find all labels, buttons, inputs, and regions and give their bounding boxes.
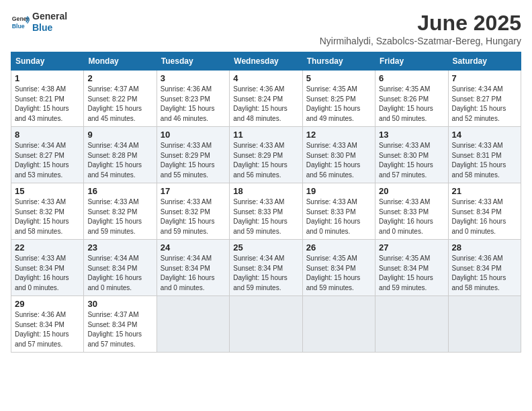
day-info: Sunrise: 4:35 AMSunset: 8:25 PMDaylight:… — [306, 85, 371, 124]
day-number: 1 — [15, 73, 80, 83]
calendar-cell: 1Sunrise: 4:38 AMSunset: 8:21 PMDaylight… — [11, 71, 84, 127]
logo-text: General Blue — [32, 11, 67, 34]
day-info: Sunrise: 4:34 AMSunset: 8:34 PMDaylight:… — [233, 254, 298, 293]
calendar-week-1: 1Sunrise: 4:38 AMSunset: 8:21 PMDaylight… — [11, 71, 521, 127]
calendar-cell: 29Sunrise: 4:36 AMSunset: 8:34 PMDayligh… — [11, 296, 84, 353]
col-header-tuesday: Tuesday — [157, 52, 229, 71]
calendar-cell — [230, 296, 302, 353]
calendar-cell: 20Sunrise: 4:33 AMSunset: 8:33 PMDayligh… — [375, 183, 448, 240]
day-info: Sunrise: 4:38 AMSunset: 8:21 PMDaylight:… — [15, 85, 80, 124]
day-number: 18 — [233, 186, 298, 196]
day-info: Sunrise: 4:36 AMSunset: 8:34 PMDaylight:… — [15, 310, 80, 349]
calendar-cell: 12Sunrise: 4:33 AMSunset: 8:30 PMDayligh… — [302, 127, 375, 183]
calendar-week-2: 8Sunrise: 4:34 AMSunset: 8:27 PMDaylight… — [11, 127, 521, 183]
day-number: 10 — [161, 130, 226, 140]
calendar-header-row: SundayMondayTuesdayWednesdayThursdayFrid… — [11, 52, 521, 71]
calendar-week-4: 22Sunrise: 4:33 AMSunset: 8:34 PMDayligh… — [11, 240, 521, 296]
day-info: Sunrise: 4:33 AMSunset: 8:32 PMDaylight:… — [15, 197, 80, 236]
day-number: 6 — [379, 73, 444, 83]
day-info: Sunrise: 4:33 AMSunset: 8:33 PMDaylight:… — [379, 197, 444, 236]
day-number: 11 — [233, 130, 298, 140]
day-number: 15 — [15, 186, 80, 196]
day-info: Sunrise: 4:35 AMSunset: 8:34 PMDaylight:… — [379, 254, 444, 293]
calendar-cell — [302, 296, 375, 353]
calendar-cell — [448, 296, 521, 353]
col-header-friday: Friday — [375, 52, 448, 71]
calendar-title: June 2025 — [320, 11, 521, 36]
calendar-cell: 18Sunrise: 4:33 AMSunset: 8:33 PMDayligh… — [230, 183, 302, 240]
day-info: Sunrise: 4:34 AMSunset: 8:34 PMDaylight:… — [87, 254, 152, 293]
day-number: 9 — [87, 130, 152, 140]
calendar-cell: 14Sunrise: 4:33 AMSunset: 8:31 PMDayligh… — [448, 127, 521, 183]
day-number: 26 — [306, 242, 371, 253]
title-block: June 2025 Nyirmihalydi, Szabolcs-Szatmar… — [320, 11, 521, 46]
day-info: Sunrise: 4:33 AMSunset: 8:30 PMDaylight:… — [306, 141, 371, 180]
logo-line1: General — [32, 11, 67, 22]
day-number: 16 — [87, 186, 152, 196]
day-number: 29 — [15, 299, 80, 309]
calendar-cell: 5Sunrise: 4:35 AMSunset: 8:25 PMDaylight… — [302, 71, 375, 127]
calendar-cell: 11Sunrise: 4:33 AMSunset: 8:29 PMDayligh… — [230, 127, 302, 183]
day-number: 7 — [452, 73, 517, 83]
calendar-cell: 3Sunrise: 4:36 AMSunset: 8:23 PMDaylight… — [157, 71, 229, 127]
calendar-cell: 16Sunrise: 4:33 AMSunset: 8:32 PMDayligh… — [84, 183, 157, 240]
day-number: 4 — [233, 73, 298, 83]
header: General Blue General Blue June 2025 Nyir… — [11, 11, 521, 46]
calendar-cell: 26Sunrise: 4:35 AMSunset: 8:34 PMDayligh… — [302, 240, 375, 296]
col-header-saturday: Saturday — [448, 52, 521, 71]
day-info: Sunrise: 4:37 AMSunset: 8:22 PMDaylight:… — [87, 85, 152, 124]
logo-line2: Blue — [32, 22, 52, 33]
day-number: 30 — [87, 299, 152, 309]
day-number: 28 — [452, 242, 517, 253]
calendar-cell: 25Sunrise: 4:34 AMSunset: 8:34 PMDayligh… — [230, 240, 302, 296]
calendar-cell: 24Sunrise: 4:34 AMSunset: 8:34 PMDayligh… — [157, 240, 229, 296]
calendar-cell: 27Sunrise: 4:35 AMSunset: 8:34 PMDayligh… — [375, 240, 448, 296]
day-number: 2 — [87, 73, 152, 83]
calendar-cell: 30Sunrise: 4:37 AMSunset: 8:34 PMDayligh… — [84, 296, 157, 353]
day-number: 14 — [452, 130, 517, 140]
calendar-cell: 13Sunrise: 4:33 AMSunset: 8:30 PMDayligh… — [375, 127, 448, 183]
calendar-cell: 23Sunrise: 4:34 AMSunset: 8:34 PMDayligh… — [84, 240, 157, 296]
day-info: Sunrise: 4:36 AMSunset: 8:23 PMDaylight:… — [161, 85, 226, 124]
col-header-monday: Monday — [84, 52, 157, 71]
day-number: 17 — [161, 186, 226, 196]
day-number: 8 — [15, 130, 80, 140]
calendar-subtitle: Nyirmihalydi, Szabolcs-Szatmar-Bereg, Hu… — [320, 36, 521, 46]
calendar-table: SundayMondayTuesdayWednesdayThursdayFrid… — [11, 52, 521, 353]
logo: General Blue General Blue — [11, 11, 67, 34]
calendar-cell: 17Sunrise: 4:33 AMSunset: 8:32 PMDayligh… — [157, 183, 229, 240]
day-info: Sunrise: 4:36 AMSunset: 8:34 PMDaylight:… — [452, 254, 517, 293]
calendar-cell: 6Sunrise: 4:35 AMSunset: 8:26 PMDaylight… — [375, 71, 448, 127]
day-info: Sunrise: 4:36 AMSunset: 8:24 PMDaylight:… — [233, 85, 298, 124]
day-info: Sunrise: 4:34 AMSunset: 8:34 PMDaylight:… — [161, 254, 226, 293]
day-number: 3 — [161, 73, 226, 83]
day-info: Sunrise: 4:33 AMSunset: 8:33 PMDaylight:… — [306, 197, 371, 236]
day-info: Sunrise: 4:33 AMSunset: 8:34 PMDaylight:… — [452, 197, 517, 236]
day-info: Sunrise: 4:33 AMSunset: 8:29 PMDaylight:… — [161, 141, 226, 180]
calendar-cell: 10Sunrise: 4:33 AMSunset: 8:29 PMDayligh… — [157, 127, 229, 183]
day-number: 19 — [306, 186, 371, 196]
day-number: 22 — [15, 242, 80, 253]
day-number: 25 — [233, 242, 298, 253]
calendar-cell: 8Sunrise: 4:34 AMSunset: 8:27 PMDaylight… — [11, 127, 84, 183]
day-number: 27 — [379, 242, 444, 253]
day-info: Sunrise: 4:35 AMSunset: 8:34 PMDaylight:… — [306, 254, 371, 293]
day-info: Sunrise: 4:35 AMSunset: 8:26 PMDaylight:… — [379, 85, 444, 124]
logo-icon: General Blue — [11, 13, 30, 32]
calendar-cell: 2Sunrise: 4:37 AMSunset: 8:22 PMDaylight… — [84, 71, 157, 127]
day-info: Sunrise: 4:33 AMSunset: 8:31 PMDaylight:… — [452, 141, 517, 180]
col-header-thursday: Thursday — [302, 52, 375, 71]
col-header-sunday: Sunday — [11, 52, 84, 71]
day-number: 12 — [306, 130, 371, 140]
day-number: 24 — [161, 242, 226, 253]
calendar-cell: 21Sunrise: 4:33 AMSunset: 8:34 PMDayligh… — [448, 183, 521, 240]
calendar-cell: 4Sunrise: 4:36 AMSunset: 8:24 PMDaylight… — [230, 71, 302, 127]
day-number: 23 — [87, 242, 152, 253]
day-number: 13 — [379, 130, 444, 140]
day-info: Sunrise: 4:33 AMSunset: 8:32 PMDaylight:… — [87, 197, 152, 236]
day-number: 20 — [379, 186, 444, 196]
calendar-cell: 15Sunrise: 4:33 AMSunset: 8:32 PMDayligh… — [11, 183, 84, 240]
calendar-cell — [157, 296, 229, 353]
day-info: Sunrise: 4:33 AMSunset: 8:34 PMDaylight:… — [15, 254, 80, 293]
calendar-week-3: 15Sunrise: 4:33 AMSunset: 8:32 PMDayligh… — [11, 183, 521, 240]
